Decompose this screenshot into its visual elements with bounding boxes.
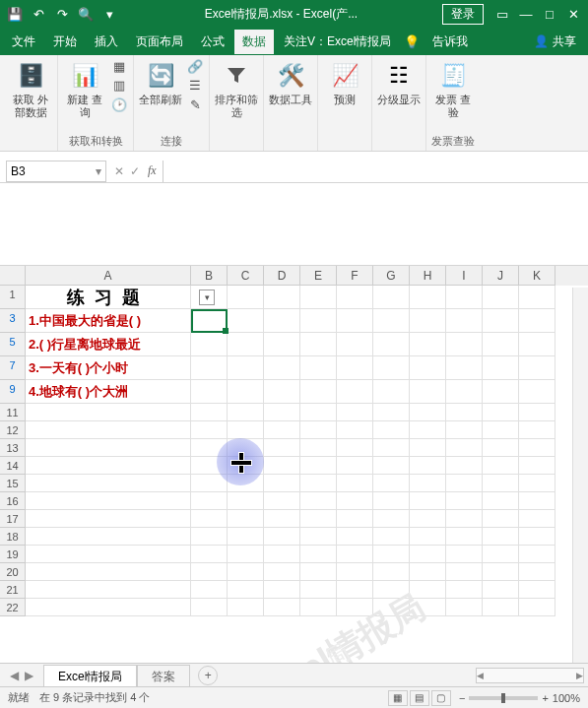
connections-icon[interactable]: 🔗 [185, 58, 205, 75]
cell[interactable] [26, 421, 191, 439]
zoom-out-button[interactable]: − [459, 692, 465, 704]
cell[interactable] [410, 404, 446, 421]
cell[interactable] [519, 457, 555, 475]
cell[interactable] [300, 599, 337, 616]
zoom-level[interactable]: 100% [553, 692, 580, 704]
cell[interactable] [337, 421, 373, 439]
cell[interactable] [337, 286, 373, 309]
cell[interactable] [446, 510, 483, 528]
cell[interactable] [519, 546, 555, 563]
cell[interactable] [483, 404, 519, 421]
cell[interactable] [373, 528, 410, 546]
cell[interactable] [337, 439, 373, 457]
row-header[interactable]: 20 [0, 563, 26, 581]
cell[interactable] [26, 581, 191, 599]
cell[interactable] [410, 528, 446, 546]
fx-icon[interactable]: fx [148, 163, 157, 178]
cell[interactable] [483, 439, 519, 457]
cell[interactable] [446, 475, 483, 492]
cell[interactable] [519, 356, 555, 380]
cell[interactable] [264, 546, 300, 563]
cell[interactable] [228, 356, 264, 380]
cell[interactable] [337, 457, 373, 475]
cell[interactable] [373, 599, 410, 616]
sheet-tab[interactable]: 答案 [137, 665, 190, 688]
cell[interactable] [26, 599, 191, 616]
cell[interactable] [410, 581, 446, 599]
cell[interactable] [26, 475, 191, 492]
row-header[interactable]: 22 [0, 599, 26, 616]
cell[interactable] [410, 309, 446, 333]
cell[interactable] [300, 309, 337, 333]
cell[interactable] [300, 563, 337, 581]
get-external-data-button[interactable]: 🗄️ 获取 外部数据 [8, 58, 53, 119]
cell[interactable] [410, 599, 446, 616]
cell[interactable] [373, 380, 410, 404]
cell[interactable] [483, 356, 519, 380]
cell[interactable] [483, 286, 519, 309]
cell[interactable] [519, 404, 555, 421]
row-header[interactable]: 5 [0, 333, 26, 356]
tab-data[interactable]: 数据 [234, 30, 274, 54]
undo-icon[interactable]: ↶ [28, 3, 49, 25]
cell[interactable] [483, 563, 519, 581]
cell[interactable] [410, 421, 446, 439]
name-box[interactable]: B3▾ [6, 161, 106, 182]
cell[interactable] [264, 581, 300, 599]
cell[interactable] [337, 333, 373, 356]
cell[interactable] [519, 581, 555, 599]
cell[interactable] [300, 528, 337, 546]
cell[interactable] [191, 404, 228, 421]
cell[interactable] [483, 421, 519, 439]
cell[interactable] [228, 546, 264, 563]
cell[interactable] [519, 599, 555, 616]
zoom-in-button[interactable]: + [542, 692, 548, 704]
normal-view-icon[interactable]: ▦ [388, 690, 408, 706]
save-icon[interactable]: 💾 [4, 3, 26, 25]
cell[interactable] [519, 475, 555, 492]
cell[interactable] [26, 563, 191, 581]
cell[interactable] [519, 492, 555, 510]
cell[interactable] [373, 546, 410, 563]
cell[interactable] [337, 356, 373, 380]
worksheet[interactable]: A B C D E F G H I J K 135791112131415161… [0, 266, 588, 616]
tab-prev-icon[interactable]: ◀ [10, 669, 19, 682]
filter-dropdown-icon[interactable]: ▾ [199, 290, 215, 305]
chevron-down-icon[interactable]: ▾ [96, 164, 101, 178]
cell[interactable] [410, 546, 446, 563]
cell[interactable] [26, 457, 191, 475]
cell[interactable] [446, 380, 483, 404]
cell[interactable] [228, 528, 264, 546]
vertical-scrollbar[interactable] [572, 288, 588, 663]
row-header[interactable]: 18 [0, 528, 26, 546]
cell[interactable] [264, 510, 300, 528]
cell[interactable] [300, 457, 337, 475]
page-layout-icon[interactable]: ▤ [410, 690, 429, 706]
cell[interactable] [373, 439, 410, 457]
cell[interactable] [446, 581, 483, 599]
outline-button[interactable]: ☷ 分级显示 [376, 58, 422, 106]
cell[interactable] [228, 309, 264, 333]
cell[interactable] [483, 492, 519, 510]
ribbon-options-icon[interactable]: ▭ [491, 3, 513, 25]
cell[interactable] [191, 599, 228, 616]
cell[interactable] [264, 599, 300, 616]
cancel-formula-icon[interactable]: ✕ [114, 164, 124, 178]
row-header[interactable]: 1 [0, 286, 26, 309]
cell[interactable] [264, 404, 300, 421]
cell[interactable] [191, 439, 228, 457]
cell[interactable] [191, 457, 228, 475]
col-header[interactable]: A [26, 266, 191, 286]
edit-links-icon[interactable]: ✎ [185, 97, 205, 113]
cell[interactable] [191, 309, 228, 333]
cell[interactable] [410, 457, 446, 475]
cell[interactable] [483, 475, 519, 492]
cell[interactable] [228, 599, 264, 616]
cell[interactable] [228, 510, 264, 528]
row-header[interactable]: 16 [0, 492, 26, 510]
cell[interactable] [519, 286, 555, 309]
row-header[interactable]: 21 [0, 581, 26, 599]
cell[interactable] [519, 563, 555, 581]
qat-dropdown-icon[interactable]: ▾ [98, 3, 120, 25]
tab-next-icon[interactable]: ▶ [25, 669, 33, 682]
